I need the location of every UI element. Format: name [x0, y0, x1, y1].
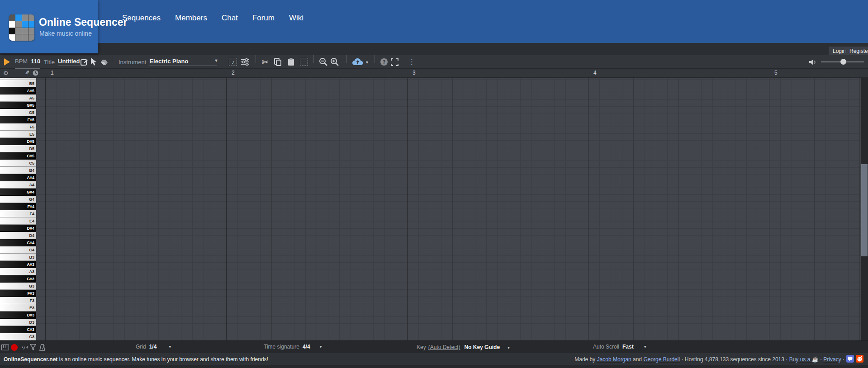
piano-key-G#4[interactable]: G#4 — [0, 189, 36, 196]
grid-row-B4[interactable] — [36, 161, 861, 168]
reddit-icon[interactable] — [856, 355, 863, 363]
piano-key-D#5[interactable]: D#5 — [0, 138, 36, 145]
grid-row-D#3[interactable] — [36, 297, 861, 303]
grid-row-D#5[interactable] — [36, 134, 861, 141]
grid-row-B5[interactable] — [36, 80, 861, 86]
privacy-link[interactable]: Privacy — [823, 356, 841, 363]
grid-row-D5[interactable] — [36, 141, 861, 147]
zoom-in-button[interactable] — [330, 55, 339, 69]
vertical-scrollbar[interactable] — [861, 78, 868, 340]
vertical-scrollbar-thumb[interactable] — [861, 164, 868, 256]
cut-button[interactable]: ✂ — [261, 55, 269, 69]
fullscreen-button[interactable] — [391, 55, 398, 69]
piano-key-C#3[interactable]: C#3 — [0, 326, 36, 333]
piano-key-D#3[interactable]: D#3 — [0, 311, 36, 319]
grid-row-F#4[interactable] — [36, 195, 861, 202]
bpm-control[interactable]: BPM 110 — [15, 55, 40, 69]
note-select-tool-button[interactable]: ♪ — [229, 55, 237, 69]
piano-key-E3[interactable]: E3 — [0, 304, 36, 311]
nav-link-members[interactable]: Members — [175, 14, 207, 23]
more-options-button[interactable]: ⋮ — [408, 55, 415, 69]
piano-key-C3[interactable]: C3 — [0, 333, 36, 340]
filter-notes-button[interactable] — [30, 341, 36, 354]
nav-link-forum[interactable]: Forum — [252, 14, 275, 23]
piano-key-F#4[interactable]: F#4 — [0, 203, 36, 210]
piano-key-D4[interactable]: D4 — [0, 232, 36, 239]
eraser-tool-button[interactable] — [100, 55, 109, 69]
piano-key-A4[interactable]: A4 — [0, 181, 36, 189]
grid-row-A3[interactable] — [36, 256, 861, 263]
discord-icon[interactable] — [846, 355, 854, 363]
grid-row-A#3[interactable] — [36, 249, 861, 256]
nav-link-wiki[interactable]: Wiki — [289, 14, 304, 23]
title-input[interactable]: Untitled — [58, 58, 83, 66]
piano-key-F#3[interactable]: F#3 — [0, 290, 36, 297]
piano-key-G4[interactable]: G4 — [0, 196, 36, 203]
piano-key-A5[interactable]: A5 — [0, 94, 36, 102]
piano-key-C5[interactable]: C5 — [0, 160, 36, 167]
save-button[interactable]: ▾ — [352, 55, 368, 69]
help-button[interactable]: ? — [380, 55, 388, 69]
volume-slider-thumb[interactable] — [840, 59, 846, 65]
piano-key-A3[interactable]: A3 — [0, 268, 36, 275]
record-button[interactable] — [11, 341, 18, 354]
draw-mode-button[interactable]: ✎ — [25, 70, 29, 76]
piano-key-A#4[interactable]: A#4 — [0, 174, 36, 181]
grid-row-C#5[interactable] — [36, 147, 861, 154]
piano-key-B4[interactable]: B4 — [0, 167, 36, 174]
grid-row-B3[interactable] — [36, 242, 861, 249]
george-burdell-link[interactable]: George Burdell — [643, 356, 680, 363]
settings-button[interactable]: ⚙ — [3, 70, 9, 76]
auto-detect-link[interactable]: (Auto Detect) — [428, 344, 460, 350]
piano-key-A#3[interactable]: A#3 — [0, 261, 36, 268]
instrument-dropdown[interactable]: Electric Piano ▾ — [149, 58, 217, 66]
grid-row-G#5[interactable] — [36, 100, 861, 107]
piano-key-C#5[interactable]: C#5 — [0, 152, 36, 160]
piano-key-F5[interactable]: F5 — [0, 123, 36, 131]
grid-row-G3[interactable] — [36, 269, 861, 276]
piano-key-E5[interactable]: E5 — [0, 131, 36, 138]
grid-row-E3[interactable] — [36, 290, 861, 297]
select-tool-button[interactable] — [90, 55, 97, 69]
chevron-down-icon[interactable]: ▾ — [508, 345, 510, 350]
grid-row-C#3[interactable] — [36, 310, 861, 317]
piano-key-E4[interactable]: E4 — [0, 217, 36, 225]
grid-row-D3[interactable] — [36, 303, 861, 310]
piano-key-B5[interactable]: B5 — [0, 80, 36, 87]
grid-row-C3[interactable] — [36, 317, 861, 324]
save-menu-caret-icon[interactable]: ▾ — [366, 60, 368, 65]
piano-key-D#4[interactable]: D#4 — [0, 225, 36, 232]
grid-row-A4[interactable] — [36, 175, 861, 181]
piano-key-G3[interactable]: G3 — [0, 283, 36, 290]
piano-key-D3[interactable]: D3 — [0, 319, 36, 326]
piano-key-C#4[interactable]: C#4 — [0, 239, 36, 246]
grid-row-C5[interactable] — [36, 154, 861, 161]
grid-row-F#3[interactable] — [36, 276, 861, 283]
instrument-settings-button[interactable] — [241, 55, 249, 69]
grid-size-dropdown[interactable]: Grid 1/4 ▾ — [136, 341, 171, 354]
copy-button[interactable] — [274, 55, 281, 69]
jacob-morgan-link[interactable]: Jacob Morgan — [597, 356, 631, 363]
piano-key-C4[interactable]: C4 — [0, 246, 36, 254]
note-grid[interactable] — [36, 78, 861, 340]
grid-row-D#4[interactable] — [36, 215, 861, 222]
piano-key-G#5[interactable]: G#5 — [0, 102, 36, 109]
piano-key-B3[interactable]: B3 — [0, 254, 36, 261]
register-button[interactable]: Register — [845, 47, 868, 56]
edit-title-button[interactable] — [81, 55, 88, 69]
instrument-select[interactable]: Instrument Electric Piano ▾ — [119, 55, 217, 69]
grid-row-F5[interactable] — [36, 120, 861, 127]
metronome-button[interactable] — [39, 341, 46, 354]
piano-key-A#5[interactable]: A#5 — [0, 87, 36, 94]
grid-row-C4[interactable] — [36, 236, 861, 242]
donate-link[interactable]: Buy us a ☕ — [789, 356, 819, 363]
grid-row-C#4[interactable] — [36, 229, 861, 236]
step-record-button[interactable]: ♪ — [21, 341, 28, 354]
grid-row-F3[interactable] — [36, 283, 861, 290]
bpm-input[interactable]: 110 — [31, 58, 40, 65]
grid-row-G4[interactable] — [36, 188, 861, 195]
piano-key-G5[interactable]: G5 — [0, 109, 36, 116]
grid-row-F#5[interactable] — [36, 113, 861, 120]
note-length-button[interactable] — [33, 70, 38, 78]
grid-row-G#3[interactable] — [36, 263, 861, 269]
